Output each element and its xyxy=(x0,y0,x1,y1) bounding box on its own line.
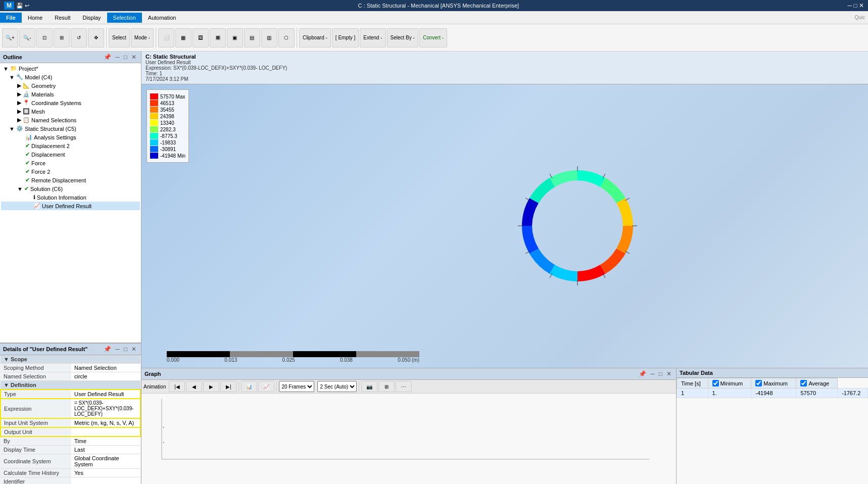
view-btn3[interactable]: 🖼 xyxy=(192,28,209,47)
menu-result[interactable]: Result xyxy=(49,13,76,23)
graph-tool3[interactable]: ⋯ xyxy=(396,381,412,392)
graph-min[interactable]: ─ xyxy=(649,370,656,378)
chart-btn2[interactable]: 📈 xyxy=(258,381,274,392)
outline-pin[interactable]: 📌 xyxy=(102,53,113,61)
details-close[interactable]: ✕ xyxy=(130,345,138,353)
tree-materials[interactable]: ▶ 🔬 Materials xyxy=(1,90,140,99)
empty-button[interactable]: [ Empty ] xyxy=(332,28,359,47)
frames-select[interactable]: 20 Frames xyxy=(279,381,314,392)
tree-mesh[interactable]: ▶ 🔲 Mesh xyxy=(1,107,140,116)
tree-named-selections[interactable]: ▶ 📋 Named Selections xyxy=(1,116,140,124)
view-btn4[interactable]: 🔳 xyxy=(210,28,226,47)
view-btn7[interactable]: ▥ xyxy=(261,28,277,47)
tabular-header: Tabular Data xyxy=(677,368,868,378)
identifier-value[interactable] xyxy=(71,477,140,485)
tree-remote-disp[interactable]: ✔ Remote Displacement xyxy=(1,176,140,184)
scoping-method-value[interactable]: Named Selection xyxy=(71,364,140,372)
graph-close[interactable]: ✕ xyxy=(665,370,673,378)
graph-pin[interactable]: 📌 xyxy=(637,370,648,378)
scale-val-3: 24398 xyxy=(160,114,174,119)
max-checkbox[interactable] xyxy=(755,380,762,386)
clipboard-button[interactable]: Clipboard - xyxy=(299,28,331,47)
type-key: Type xyxy=(1,390,71,399)
tree-geometry[interactable]: ▶ 📐 Geometry xyxy=(1,81,140,90)
viewport-canvas[interactable]: 57570 Max 46513 35455 24398 xyxy=(141,84,868,368)
tree-force[interactable]: ✔ Force xyxy=(1,159,140,167)
graph-tool1[interactable]: 📷 xyxy=(361,381,377,392)
sol-info-icon: ℹ xyxy=(33,194,35,201)
tree-static-structural[interactable]: ▼ ⚙️ Static Structural (C5) xyxy=(1,124,140,133)
min-checkbox[interactable] xyxy=(712,380,719,386)
convert-button[interactable]: Convert - xyxy=(419,28,447,47)
tree-model[interactable]: ▼ 🔧 Model (C4) xyxy=(1,73,140,81)
tree-force2[interactable]: ✔ Force 2 xyxy=(1,167,140,176)
avg-checkbox[interactable] xyxy=(800,380,807,386)
extend-button[interactable]: Extend - xyxy=(360,28,385,47)
menu-selection[interactable]: Selection xyxy=(107,13,142,23)
zoom-box-button[interactable]: ⊞ xyxy=(54,28,70,47)
outline-title: Outline xyxy=(3,54,22,60)
disp2-icon: ✔ xyxy=(25,142,30,149)
col-time: Time [s] xyxy=(677,378,708,389)
outline-min[interactable]: ─ xyxy=(114,53,121,61)
zoom-out-button[interactable]: 🔍- xyxy=(19,28,35,47)
rotate-button[interactable]: ↺ xyxy=(71,28,87,47)
menu-home[interactable]: Home xyxy=(22,13,49,23)
viewport-time: Time: 1 xyxy=(146,71,864,76)
view-btn1[interactable]: ⬜ xyxy=(158,28,174,47)
tree-analysis-settings[interactable]: 📊 Analysis Settings xyxy=(1,133,140,141)
pan-button[interactable]: ✥ xyxy=(88,28,104,47)
tree-solution-info[interactable]: ℹ Solution Information xyxy=(1,193,140,202)
tree-project[interactable]: ▼ 📁 Project* xyxy=(1,64,140,73)
mode-button[interactable]: Mode - xyxy=(131,28,154,47)
menu-file[interactable]: File xyxy=(0,13,22,23)
coord-system-value[interactable]: Global Coordinate System xyxy=(71,454,140,469)
named-selection-value[interactable]: circle xyxy=(71,372,140,381)
graph-max[interactable]: □ xyxy=(657,370,664,378)
chart-btn1[interactable]: 📊 xyxy=(241,381,257,392)
by-value[interactable]: Time xyxy=(71,437,140,446)
tree-displacement2[interactable]: ✔ Displacement 2 xyxy=(1,141,140,150)
anim-next-button[interactable]: ▶| xyxy=(220,381,236,392)
anim-prev-button[interactable]: ◀ xyxy=(186,381,202,392)
expression-value[interactable]: = SX*(0.039-LOC_DEFX)+SXY*(0.039- LOC_DE… xyxy=(71,399,140,418)
remote-icon: ✔ xyxy=(25,177,30,183)
expand-icon: ▶ xyxy=(17,82,21,89)
tree-label: Force 2 xyxy=(31,169,50,175)
view-btn6[interactable]: ▤ xyxy=(244,28,260,47)
display-time-value[interactable]: Last xyxy=(71,446,140,454)
menubar: File Home Result Display Selection Autom… xyxy=(0,11,868,24)
select-by-button[interactable]: Select By - xyxy=(387,28,418,47)
sec-select[interactable]: 2 Sec (Auto) xyxy=(317,381,357,392)
zoom-in-button[interactable]: 🔍+ xyxy=(2,28,18,47)
tree-coord-systems[interactable]: ▶ 📍 Coordinate Systems xyxy=(1,99,140,107)
outline-max[interactable]: □ xyxy=(122,53,129,61)
graph-tool2[interactable]: ⊞ xyxy=(378,381,395,392)
view-btn2[interactable]: ▦ xyxy=(175,28,191,47)
anim-play-button[interactable]: ▶ xyxy=(203,381,219,392)
anim-start-button[interactable]: |◀ xyxy=(169,381,185,392)
tree-displacement[interactable]: ✔ Displacement xyxy=(1,150,140,159)
select-button[interactable]: Select xyxy=(109,28,130,47)
menu-display[interactable]: Display xyxy=(76,13,107,23)
named-sel-icon: 📋 xyxy=(23,117,30,123)
outline-close[interactable]: ✕ xyxy=(130,53,138,61)
details-min[interactable]: ─ xyxy=(114,345,121,353)
output-unit-value[interactable] xyxy=(71,427,140,437)
outline-panel: Outline 📌 ─ □ ✕ ▼ 📁 Project* ▼ 🔧 Model xyxy=(0,52,141,343)
input-unit-value[interactable]: Metric (m, kg, N, s, V, A) xyxy=(71,418,140,427)
type-value[interactable]: User Defined Result xyxy=(71,390,140,399)
scale-max-label: 57570 Max xyxy=(160,94,185,100)
calc-time-value[interactable]: Yes xyxy=(71,469,140,477)
solution-icon: ✔ xyxy=(24,185,29,192)
tree-user-defined-result[interactable]: 📈 User Defined Result xyxy=(1,202,140,210)
menu-automation[interactable]: Automation xyxy=(142,13,182,23)
scale-color-8 xyxy=(150,146,158,152)
window-title: C : Static Structural - Mechanical [ANSY… xyxy=(29,3,848,9)
fit-button[interactable]: ⊡ xyxy=(36,28,53,47)
details-pin[interactable]: 📌 xyxy=(102,345,113,353)
view-btn5[interactable]: ▣ xyxy=(227,28,243,47)
details-max[interactable]: □ xyxy=(122,345,129,353)
view-btn8[interactable]: ⬡ xyxy=(278,28,295,47)
tree-solution[interactable]: ▼ ✔ Solution (C6) xyxy=(1,184,140,193)
